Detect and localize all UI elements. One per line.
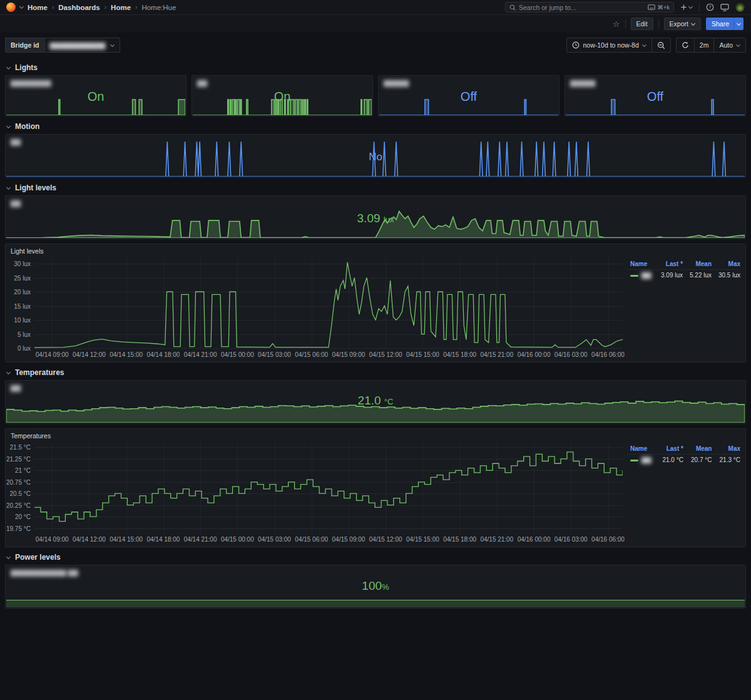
- y-axis-label: 10 lux: [14, 317, 31, 324]
- x-axis-label: 04/16 00:00: [518, 536, 551, 543]
- legend-header-name[interactable]: Name: [626, 444, 655, 455]
- light-levels-legend: Name Last * Mean Max ▇▇ 3.09 lux 5.22 lu…: [626, 259, 740, 280]
- series-name-redacted: ▇▇: [641, 272, 651, 279]
- temperatures-chart-panel[interactable]: Temperatures 19.75 °C20 °C20.25 °C20.5 °…: [5, 428, 746, 547]
- breadcrumb-home-folder[interactable]: Home: [111, 4, 131, 11]
- x-axis-label: 04/15 15:00: [406, 351, 439, 358]
- edit-button[interactable]: Edit: [631, 18, 653, 30]
- chevron-down-icon: [688, 5, 693, 9]
- user-avatar[interactable]: [735, 3, 745, 12]
- auto-refresh-select[interactable]: Auto: [714, 38, 745, 52]
- time-range-label: now-10d to now-8d: [583, 41, 638, 49]
- legend-header-mean[interactable]: Mean: [683, 444, 712, 455]
- section-lights[interactable]: Lights: [0, 58, 751, 75]
- search-input[interactable]: Search or jump to... ⌘+k: [505, 2, 674, 13]
- series-swatch: [630, 460, 638, 461]
- light-stat-panel-4[interactable]: ▇▇▇▇▇ Off: [565, 75, 746, 116]
- y-axis-label: 20 lux: [14, 289, 31, 296]
- section-light-levels[interactable]: Light levels: [0, 178, 751, 195]
- section-power-levels[interactable]: Power levels: [0, 547, 751, 565]
- panel-title-redacted: ▇▇▇▇▇▇▇▇▇▇▇ ▇▇: [6, 565, 745, 576]
- legend-header-last[interactable]: Last *: [654, 259, 683, 270]
- light-stat-panel-2[interactable]: ▇▇ On: [192, 75, 373, 116]
- section-motion[interactable]: Motion: [0, 116, 751, 134]
- series-name-redacted: ▇▇: [641, 456, 651, 463]
- sparkline-chart: [6, 398, 745, 423]
- legend-max-value: 21.3 °C: [712, 455, 740, 465]
- power-level-bar: [6, 600, 745, 607]
- keyboard-icon: [648, 4, 655, 10]
- motion-stat-panel[interactable]: ▇▇ No: [5, 134, 746, 178]
- help-button[interactable]: ?: [706, 3, 714, 11]
- legend-header-max[interactable]: Max: [712, 259, 740, 270]
- bridge-id-select[interactable]: ▇▇▇▇▇▇▇▇▇▇▇: [44, 38, 121, 53]
- legend-header-name[interactable]: Name: [626, 259, 654, 270]
- breadcrumb-home[interactable]: Home: [28, 4, 48, 11]
- search-shortcut-badge: ⌘+k: [648, 4, 670, 11]
- breadcrumb-current-dashboard: Home:Hue: [141, 4, 176, 11]
- share-button[interactable]: Share: [706, 18, 733, 30]
- section-collapse-icon: [6, 125, 11, 129]
- time-range-picker[interactable]: now-10d to now-8d: [567, 38, 651, 52]
- legend-mean-value: 20.7 °C: [683, 455, 712, 465]
- power-stat-panel[interactable]: ▇▇▇▇▇▇▇▇▇▇▇ ▇▇ 100%: [5, 565, 746, 609]
- sparkline-chart: [193, 99, 372, 115]
- x-axis-label: 04/15 15:00: [406, 536, 439, 543]
- legend-mean-value: 5.22 lux: [683, 270, 712, 281]
- refresh-interval-select[interactable]: 2m: [695, 38, 714, 52]
- breadcrumb-separator: ›: [135, 4, 137, 11]
- bridge-id-label: Bridge id: [5, 38, 44, 53]
- y-axis-label: 21.25 °C: [6, 455, 31, 462]
- export-button[interactable]: Export: [664, 18, 701, 30]
- x-axis-label: 04/15 21:00: [480, 536, 513, 543]
- legend-row[interactable]: ▇▇ 3.09 lux 5.22 lux 30.5 lux: [626, 270, 740, 281]
- light-levels-plot: 0 lux5 lux10 lux15 lux20 lux25 lux30 lux…: [34, 258, 623, 348]
- x-axis-label: 04/15 06:00: [295, 536, 328, 543]
- light-levels-chart-panel[interactable]: Light levels 0 lux5 lux10 lux15 lux20 lu…: [5, 244, 746, 363]
- org-switcher-chevron-icon[interactable]: [19, 5, 24, 9]
- x-axis-label: 04/14 18:00: [146, 351, 180, 358]
- x-axis-label: 04/14 15:00: [110, 536, 143, 543]
- section-collapse-icon: [6, 66, 11, 70]
- share-menu-button[interactable]: [733, 18, 743, 30]
- sparkline-chart: [6, 209, 745, 238]
- toolbar-divider: [658, 19, 659, 28]
- light-stat-panel-3[interactable]: ▇▇▇▇▇ Off: [378, 75, 559, 116]
- y-axis-label: 19.75 °C: [6, 525, 31, 532]
- dashboard-submenu: Bridge id ▇▇▇▇▇▇▇▇▇▇▇ now-10d to now-8d …: [0, 33, 751, 58]
- light-stat-panel-1[interactable]: ▇▇▇▇▇▇▇▇ On: [5, 75, 186, 116]
- x-axis-label: 04/14 21:00: [184, 536, 217, 543]
- x-axis-label: 04/16 06:00: [591, 351, 625, 358]
- timeseries-chart: [34, 443, 623, 533]
- favorite-star-icon[interactable]: ☆: [613, 19, 620, 29]
- x-axis-label: 04/16 03:00: [554, 536, 588, 543]
- temperature-stat-panel[interactable]: ▇▇ 21.0 °C: [5, 380, 746, 424]
- nav-divider: [699, 3, 700, 12]
- bridge-id-value-redacted: ▇▇▇▇▇▇▇▇▇▇▇: [50, 41, 106, 49]
- legend-header-mean[interactable]: Mean: [683, 259, 712, 270]
- sparkline-chart: [6, 140, 745, 177]
- news-button[interactable]: [720, 4, 729, 11]
- section-temperatures[interactable]: Temperatures: [0, 363, 751, 380]
- refresh-button[interactable]: [677, 38, 694, 52]
- zoom-out-button[interactable]: [652, 38, 670, 52]
- legend-header-last[interactable]: Last *: [655, 444, 683, 455]
- x-axis-label: 04/16 06:00: [591, 536, 625, 543]
- light-level-stat-panel[interactable]: ▇▇ 3.09 lux: [5, 195, 746, 239]
- breadcrumb-dashboards[interactable]: Dashboards: [58, 4, 100, 11]
- legend-last-value: 21.0 °C: [655, 455, 683, 465]
- legend-last-value: 3.09 lux: [654, 270, 683, 281]
- x-axis-label: 04/16 00:00: [518, 351, 551, 358]
- chevron-down-icon: [737, 22, 741, 26]
- grafana-logo-icon[interactable]: [6, 3, 16, 12]
- legend-row[interactable]: ▇▇ 21.0 °C 20.7 °C 21.3 °C: [626, 455, 740, 465]
- x-axis-label: 04/14 12:00: [73, 351, 106, 358]
- x-axis-label: 04/14 09:00: [36, 351, 69, 358]
- add-new-button[interactable]: [680, 4, 693, 11]
- panel-title-redacted: ▇▇▇▇▇▇▇▇: [6, 76, 186, 86]
- temperatures-plot: 19.75 °C20 °C20.25 °C20.5 °C20.75 °C21 °…: [34, 443, 623, 533]
- legend-header-max[interactable]: Max: [712, 444, 740, 455]
- chevron-down-icon: [691, 22, 695, 26]
- search-placeholder: Search or jump to...: [519, 4, 645, 11]
- section-collapse-icon: [6, 555, 11, 560]
